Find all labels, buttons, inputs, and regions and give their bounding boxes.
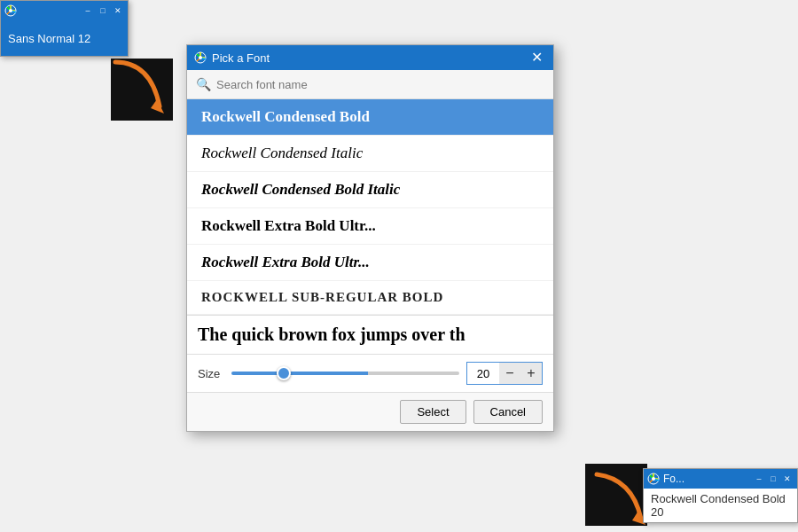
font-name-4: Rockwell Extra Bold Ultr...	[201, 254, 370, 270]
minimize-btn-topleft[interactable]: –	[82, 4, 94, 17]
font-item-rockwell-extra-bold-2[interactable]: Rockwell Extra Bold Ultr...	[187, 245, 553, 281]
app-icon-dialog	[194, 51, 207, 64]
font-name-5: Rockwell Sub-Regular Bold	[201, 290, 443, 304]
font-dialog-titlebar: Pick a Font ✕	[187, 45, 553, 70]
svg-point-7	[652, 477, 655, 481]
preview-text: The quick brown fox jumps over th	[198, 325, 466, 345]
small-window-text-topleft: Sans Normal 12	[8, 32, 90, 45]
app-icon-topleft	[4, 4, 17, 17]
font-name-2: Rockwell Condensed Bold Italic	[201, 181, 400, 198]
maximize-btn-br[interactable]: □	[767, 473, 779, 485]
font-dialog-controls[interactable]: ✕	[528, 51, 546, 65]
title-left	[4, 4, 17, 17]
small-window-text-br: Rockwell Condensed Bold 20	[651, 492, 790, 519]
arrow-topleft	[102, 53, 173, 124]
svg-point-1	[9, 9, 12, 12]
font-preview: The quick brown fox jumps over th	[187, 316, 553, 355]
font-item-rockwell-condensed-italic[interactable]: Rockwell Condensed Italic	[187, 136, 553, 172]
minimize-btn-br[interactable]: –	[753, 473, 765, 485]
font-name-1: Rockwell Condensed Italic	[201, 145, 363, 161]
window-controls-br[interactable]: – □ ✕	[753, 473, 794, 485]
size-increase-btn[interactable]: +	[520, 363, 542, 384]
app-icon-bottomright	[647, 473, 660, 485]
svg-marker-2	[151, 99, 164, 113]
font-item-rockwell-extra-bold-1[interactable]: Rockwell Extra Bold Ultr...	[187, 208, 553, 245]
small-window-topleft[interactable]: – □ ✕ Sans Normal 12	[0, 0, 129, 57]
svg-point-4	[199, 56, 202, 59]
search-icon: 🔍	[196, 77, 211, 91]
font-name-3: Rockwell Extra Bold Ultr...	[201, 217, 376, 234]
close-btn-topleft[interactable]: ✕	[112, 4, 124, 17]
size-label: Size	[198, 367, 224, 380]
window-controls-topleft[interactable]: – □ ✕	[82, 4, 124, 17]
title-bar-bottomright: Fo... – □ ✕	[644, 469, 797, 489]
maximize-btn-topleft[interactable]: □	[97, 4, 109, 17]
cancel-button[interactable]: Cancel	[473, 400, 543, 424]
close-btn-br[interactable]: ✕	[781, 473, 794, 485]
size-input-group[interactable]: − +	[466, 362, 543, 385]
search-bar[interactable]: 🔍	[187, 70, 553, 99]
font-dialog-close-btn[interactable]: ✕	[528, 51, 546, 65]
size-input[interactable]	[467, 364, 499, 383]
small-window-content-br: Rockwell Condensed Bold 20	[644, 489, 797, 522]
select-button[interactable]: Select	[400, 400, 466, 424]
search-input[interactable]	[216, 78, 544, 91]
font-item-rockwell-sub-regular[interactable]: Rockwell Sub-Regular Bold	[187, 281, 553, 315]
size-control[interactable]: Size − +	[187, 355, 553, 393]
title-left-br: Fo...	[647, 473, 685, 485]
font-picker-dialog: Pick a Font ✕ 🔍 Rockwell Condensed Bold …	[186, 44, 554, 432]
font-dialog-title-text: Pick a Font	[212, 51, 270, 65]
size-slider[interactable]	[231, 372, 459, 375]
size-decrease-btn[interactable]: −	[499, 363, 520, 384]
small-window-content-topleft: Sans Normal 12	[1, 20, 128, 56]
small-window-bottomright[interactable]: Fo... – □ ✕ Rockwell Condensed Bold 20	[643, 468, 798, 523]
title-text-br: Fo...	[663, 473, 685, 485]
font-dialog-title: Pick a Font	[194, 51, 270, 65]
font-item-rockwell-condensed-bold-italic[interactable]: Rockwell Condensed Bold Italic	[187, 172, 553, 208]
dialog-buttons[interactable]: Select Cancel	[187, 393, 553, 431]
font-list[interactable]: Rockwell Condensed Bold Rockwell Condens…	[187, 99, 553, 316]
title-bar-topleft: – □ ✕	[1, 1, 128, 20]
font-name-0: Rockwell Condensed Bold	[201, 108, 370, 125]
font-item-rockwell-condensed-bold[interactable]: Rockwell Condensed Bold	[187, 99, 553, 136]
